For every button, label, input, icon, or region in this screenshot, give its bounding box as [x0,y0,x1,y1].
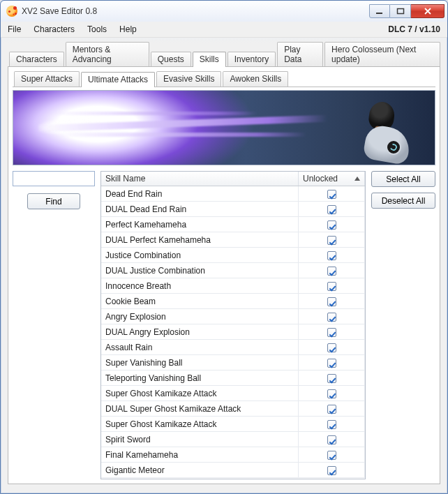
unlocked-checkbox[interactable] [327,405,336,414]
table-row[interactable]: Angry Explosion [101,309,365,324]
table-row[interactable]: Innocence Breath [101,278,365,294]
unlocked-checkbox[interactable] [327,313,336,322]
table-row[interactable]: DUAL Super Ghost Kamikaze Attack [101,401,365,417]
menu-tools[interactable]: Tools [87,24,107,34]
sub-tab-evasive-skills[interactable]: Evasive Skills [156,71,221,87]
app-window: XV2 Save Editor 0.8 File Characters Tool… [0,0,448,494]
skill-name-cell: Super Vanishing Ball [101,355,299,370]
window-title: XV2 Save Editor 0.8 [22,6,97,16]
sub-tab-ultimate-attacks[interactable]: Ultimate Attacks [81,72,155,87]
table-row[interactable]: Dead End Rain [101,186,365,202]
unlocked-cell [299,186,365,202]
menu-help[interactable]: Help [119,24,137,34]
unlocked-checkbox[interactable] [327,359,336,368]
skill-name-cell: Super Ghost Kamikaze Attack [101,386,299,401]
unlocked-cell [299,294,365,309]
skill-name-cell: Perfect Kamehameha [101,217,299,232]
skills-panel: Super AttacksUltimate AttacksEvasive Ski… [8,67,440,484]
sub-tabstrip: Super AttacksUltimate AttacksEvasive Ski… [13,71,435,87]
unlocked-checkbox[interactable] [327,435,336,444]
unlocked-checkbox[interactable] [327,282,336,291]
main-tab-play-data[interactable]: Play Data [277,42,323,66]
unlocked-cell [299,263,365,278]
skill-name-cell: DUAL Super Ghost Kamikaze Attack [101,401,299,417]
unlocked-checkbox[interactable] [327,466,336,475]
main-tab-characters[interactable]: Characters [9,52,64,66]
skill-name-cell: Spirit Sword [101,432,299,447]
table-row[interactable]: Perfect Kamehameha [101,217,365,232]
maximize-button[interactable] [390,4,411,18]
unlocked-cell [299,340,365,355]
table-row[interactable]: Gigantic Meteor [101,463,365,478]
table-row[interactable]: DUAL Dead End Rain [101,202,365,217]
close-button[interactable] [411,4,445,18]
search-input[interactable] [13,171,95,186]
table-row[interactable]: Justice Combination [101,248,365,263]
select-all-button[interactable]: Select All [371,171,435,187]
table-row[interactable]: Final Kamehameha [101,447,365,463]
find-button[interactable]: Find [27,193,80,209]
selection-buttons: Select All Deselect All [371,171,435,209]
unlocked-cell [299,248,365,263]
table-row[interactable]: Spirit Sword [101,432,365,447]
table-row[interactable]: Super Vanishing Ball [101,355,365,370]
skill-name-cell: DUAL Dead End Rain [101,202,299,217]
unlocked-checkbox[interactable] [327,190,336,199]
unlocked-checkbox[interactable] [327,251,336,260]
unlocked-checkbox[interactable] [327,420,336,429]
skill-name-cell: DUAL Angry Explosion [101,324,299,340]
unlocked-checkbox[interactable] [327,205,336,214]
unlocked-cell [299,217,365,232]
menu-characters[interactable]: Characters [33,24,75,34]
main-tab-skills[interactable]: Skills [193,52,226,67]
svg-rect-1 [397,9,403,14]
sub-tab-awoken-skills[interactable]: Awoken Skills [223,71,288,87]
client-area: CharactersMentors & AdvancingQuestsSkill… [1,38,447,491]
deselect-all-button[interactable]: Deselect All [371,193,435,209]
table-row[interactable]: Cookie Beam [101,294,365,309]
main-tab-quests[interactable]: Quests [151,52,191,66]
unlocked-checkbox[interactable] [327,220,336,230]
unlocked-checkbox[interactable] [327,297,336,306]
titlebar[interactable]: XV2 Save Editor 0.8 [1,1,447,22]
skill-name-cell: Teleporting Vanishing Ball [101,370,299,386]
minimize-button[interactable] [369,4,390,18]
app-icon [6,6,17,17]
unlocked-cell [299,463,365,478]
skill-name-cell: DUAL Perfect Kamehameha [101,232,299,248]
sub-tab-super-attacks[interactable]: Super Attacks [14,71,80,87]
menu-file[interactable]: File [8,24,21,34]
unlocked-checkbox[interactable] [327,389,336,398]
unlocked-checkbox[interactable] [327,236,336,245]
unlocked-cell [299,355,365,370]
unlocked-checkbox[interactable] [327,374,336,383]
skill-name-cell: Angry Explosion [101,309,299,324]
table-row[interactable]: Super Ghost Kamikaze Attack [101,417,365,432]
main-tab-inventory[interactable]: Inventory [227,52,276,66]
unlocked-cell [299,324,365,340]
table-row[interactable]: DUAL Justice Combination [101,263,365,278]
table-row[interactable]: DUAL Perfect Kamehameha [101,232,365,248]
unlocked-checkbox[interactable] [327,267,336,276]
main-tab-mentors-advancing[interactable]: Mentors & Advancing [66,42,149,66]
unlocked-checkbox[interactable] [327,328,336,337]
table-row[interactable]: Assault Rain [101,340,365,355]
table-row[interactable]: Super Ghost Kamikaze Attack [101,386,365,401]
unlocked-cell [299,432,365,447]
unlocked-cell [299,232,365,248]
column-skill-name[interactable]: Skill Name [101,172,299,186]
skill-name-cell: Cookie Beam [101,294,299,309]
unlocked-checkbox[interactable] [327,451,336,460]
unlocked-cell [299,202,365,217]
main-tab-hero-colosseum-next-update[interactable]: Hero Colosseum (Next update) [324,42,440,66]
table-row[interactable]: DUAL Angry Explosion [101,324,365,340]
grid-scroll[interactable]: Skill Name Unlocked Dead End RainDUAL De… [101,172,365,479]
column-unlocked[interactable]: Unlocked [299,172,365,186]
version-label: DLC 7 / v1.10 [388,24,440,34]
skill-name-cell: DUAL Justice Combination [101,263,299,278]
unlocked-cell [299,309,365,324]
skill-name-cell: Dead End Rain [101,186,299,202]
unlocked-checkbox[interactable] [327,343,336,352]
table-row[interactable]: Teleporting Vanishing Ball [101,370,365,386]
unlocked-cell [299,370,365,386]
